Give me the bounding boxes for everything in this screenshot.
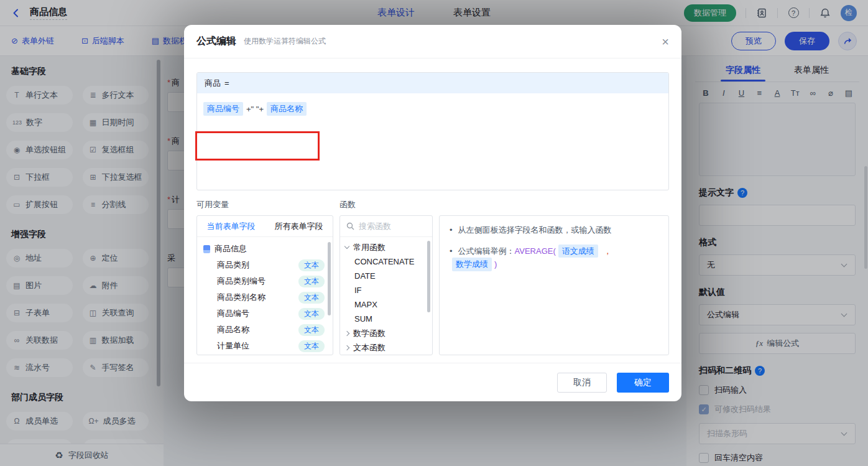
modal-title: 公式编辑 <box>196 35 236 48</box>
function-item[interactable]: IF <box>340 283 432 297</box>
help-panel: • 从左侧面板选择字段名和函数，或输入函数 • 公式编辑举例： AVERAGE(… <box>439 215 669 355</box>
help-line-2: • 公式编辑举例： AVERAGE( 语文成绩 ， 数学成绩 ) <box>450 245 658 271</box>
modal-subtitle: 使用数学运算符编辑公式 <box>244 36 326 47</box>
function-item[interactable]: MAPX <box>340 297 432 312</box>
confirm-button[interactable]: 确定 <box>617 373 669 393</box>
tab-all-form-fields[interactable]: 所有表单字段 <box>275 221 323 232</box>
function-group[interactable]: 数学函数 <box>340 326 432 340</box>
variable-item[interactable]: 商品类别名称文本 <box>197 289 333 305</box>
variable-item[interactable]: 计量单位文本 <box>197 338 333 354</box>
type-badge: 文本 <box>298 292 325 304</box>
example-field-chip: 数学成绩 <box>452 258 492 271</box>
type-badge: 文本 <box>298 276 325 287</box>
close-icon[interactable]: × <box>662 35 669 48</box>
function-group[interactable]: 文本函数 <box>340 340 432 355</box>
chevron-right-icon <box>344 330 349 335</box>
function-item[interactable]: CONCATENATE <box>340 254 432 269</box>
formula-token-field[interactable]: 商品编号 <box>203 102 243 116</box>
variables-scrollbar[interactable] <box>328 242 331 315</box>
search-placeholder: 搜索函数 <box>359 221 391 232</box>
formula-token-field[interactable]: 商品名称 <box>267 102 307 116</box>
example-field-chip: 语文成绩 <box>558 245 598 258</box>
help-line-1: • 从左侧面板选择字段名和函数，或输入函数 <box>450 224 658 236</box>
formula-expression[interactable]: 商品编号 +" "+ 商品名称 <box>197 93 668 124</box>
variable-root[interactable]: 商品信息 <box>197 241 333 257</box>
type-badge: 文本 <box>298 308 325 320</box>
chevron-right-icon <box>344 345 349 350</box>
type-badge: 文本 <box>298 340 325 352</box>
document-icon <box>203 245 210 253</box>
variable-item[interactable]: 商品类别文本 <box>197 257 333 273</box>
chevron-down-icon <box>344 244 349 249</box>
variable-item[interactable]: 商品编号文本 <box>197 305 333 322</box>
variable-item[interactable]: 商品名称文本 <box>197 322 333 338</box>
functions-scrollbar[interactable] <box>427 241 430 312</box>
cancel-button[interactable]: 取消 <box>557 373 607 393</box>
type-badge: 文本 <box>298 324 325 336</box>
search-icon <box>346 222 354 230</box>
variable-item[interactable]: 商品类别编号文本 <box>197 273 333 289</box>
tab-current-form-fields[interactable]: 当前表单字段 <box>207 221 256 232</box>
variables-panel: 当前表单字段 所有表单字段 商品信息 商品类别文本 商品类别编号文本 商品类别名… <box>196 215 333 355</box>
type-badge: 文本 <box>298 259 325 271</box>
example-comma: ， <box>604 245 612 258</box>
formula-target: 商品 <box>205 78 221 89</box>
formula-operator: +" "+ <box>246 105 264 114</box>
formula-edit-modal: 公式编辑 使用数学运算符编辑公式 × 商品 = 商品编号 +" "+ 商品名称 … <box>184 25 681 401</box>
example-function-close: ) <box>494 258 497 271</box>
variables-label: 可用变量 <box>196 199 333 210</box>
function-item[interactable]: SUM <box>340 312 432 326</box>
function-search[interactable]: 搜索函数 <box>340 216 432 237</box>
function-group[interactable]: 常用函数 <box>340 240 432 254</box>
function-item[interactable]: DATE <box>340 269 432 283</box>
formula-editor[interactable]: 商品 = 商品编号 +" "+ 商品名称 <box>196 72 669 190</box>
app-window: 商品信息 表单设计 表单设置 数据管理 ? <box>0 0 868 466</box>
functions-label: 函数 <box>339 199 433 210</box>
functions-panel: 搜索函数 常用函数 CONCATENATE DATE IF MAPX SUM 数… <box>339 215 433 355</box>
formula-equals: = <box>224 78 229 88</box>
example-function-open: AVERAGE( <box>515 245 556 258</box>
